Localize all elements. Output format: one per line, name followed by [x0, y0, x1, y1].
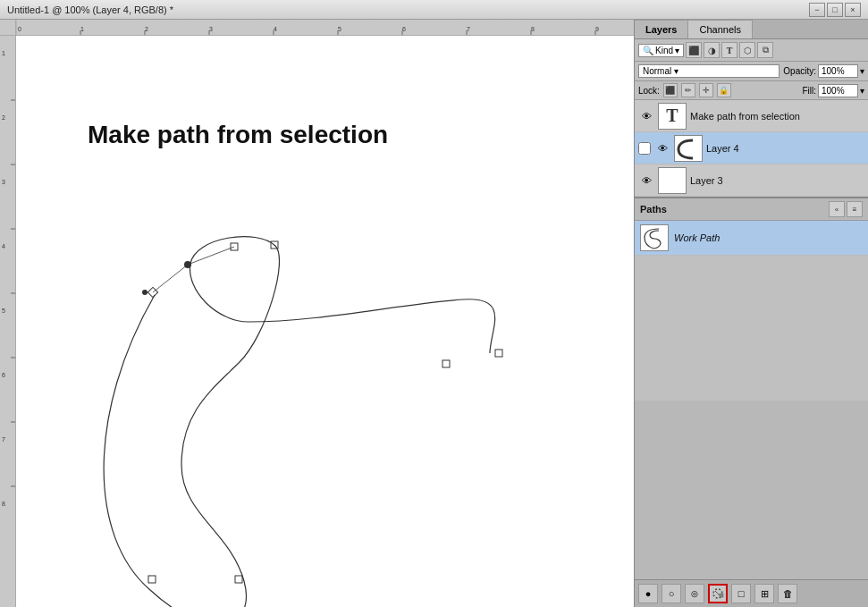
layer-visibility-eye-text[interactable]: 👁: [638, 108, 654, 124]
svg-rect-44: [495, 350, 502, 357]
paths-panel: Paths « ≡ Work Path: [635, 197, 868, 607]
svg-text:4: 4: [274, 26, 277, 32]
title-bar: Untitled-1 @ 100% (Layer 4, RGB/8) * − □…: [0, 0, 868, 20]
layer-list: 👁 T Make path from selection 👁: [635, 100, 868, 197]
svg-text:0: 0: [18, 26, 21, 32]
svg-text:3: 3: [209, 26, 213, 32]
svg-text:1: 1: [80, 26, 84, 32]
paths-menu-btn[interactable]: ≡: [847, 201, 863, 217]
fill-chevron: ▾: [860, 86, 864, 96]
layer-filter-toolbar: 🔍 Kind ▾ ⬛ ◑ T ⬡ ⧉: [635, 39, 868, 62]
svg-text:7: 7: [467, 26, 470, 32]
svg-text:2: 2: [2, 114, 5, 121]
paths-toolbar: ● ○ ◎ □ ⊞ 🗑: [635, 579, 868, 607]
opacity-input[interactable]: 100%: [818, 64, 858, 78]
svg-rect-21: [0, 36, 16, 607]
tab-layers[interactable]: Layers: [635, 20, 688, 38]
chevron-down-icon: ▾: [675, 46, 679, 55]
paths-list: Work Path: [635, 221, 868, 400]
paths-panel-title: Paths: [640, 204, 667, 215]
layer-thumb-4: [674, 135, 703, 162]
opacity-row: Opacity: 100% ▾: [783, 64, 864, 78]
layers-panel: Layers Channels 🔍 Kind ▾ ⬛ ◑ T ⬡ ⧉: [635, 20, 868, 197]
main-layout: 0 1 2 3 4 5 6 7 8 9: [0, 20, 868, 607]
paths-empty-area: [635, 400, 868, 580]
text-filter-btn[interactable]: T: [721, 42, 737, 58]
layer-name-4: Layer 4: [706, 143, 739, 154]
panel-tabs: Layers Channels: [635, 20, 868, 39]
canvas-area: 0 1 2 3 4 5 6 7 8 9: [0, 20, 634, 607]
svg-text:1: 1: [2, 50, 5, 56]
layer-visibility-eye-4[interactable]: 👁: [654, 140, 670, 156]
svg-rect-39: [235, 576, 242, 583]
smart-filter-btn[interactable]: ⧉: [757, 42, 773, 58]
paths-collapse-btn[interactable]: «: [829, 201, 845, 217]
svg-line-47: [153, 265, 188, 292]
close-button[interactable]: ×: [845, 3, 861, 17]
svg-line-48: [188, 247, 234, 265]
search-icon: 🔍: [643, 46, 653, 55]
maximize-button[interactable]: □: [827, 3, 843, 17]
minimize-button[interactable]: −: [809, 3, 825, 17]
path-name-work: Work Path: [674, 232, 720, 243]
path-thumb-work: [640, 224, 669, 251]
adjustment-filter-btn[interactable]: ◑: [704, 42, 720, 58]
pixel-filter-btn[interactable]: ⬛: [686, 42, 702, 58]
lock-all-btn[interactable]: 🔒: [717, 83, 731, 97]
blend-opacity-row: Normal ▾ Opacity: 100% ▾: [635, 62, 868, 81]
window-controls: − □ ×: [809, 3, 861, 17]
layer-visibility-eye-3[interactable]: 👁: [638, 173, 654, 189]
kind-dropdown[interactable]: 🔍 Kind ▾: [638, 44, 684, 57]
svg-rect-38: [148, 576, 156, 583]
svg-text:3: 3: [2, 179, 5, 185]
document-canvas[interactable]: Make path from selection: [16, 36, 634, 607]
path-item-work[interactable]: Work Path: [635, 221, 868, 256]
window-title: Untitled-1 @ 100% (Layer 4, RGB/8) *: [7, 4, 173, 15]
make-path-from-selection-btn[interactable]: [708, 584, 728, 603]
layer-thumb-text: T: [658, 103, 687, 130]
svg-text:4: 4: [2, 243, 5, 249]
ruler-corner: [0, 20, 16, 36]
new-path-btn[interactable]: ⊞: [754, 584, 774, 603]
svg-point-46: [142, 290, 147, 295]
opacity-chevron: ▾: [860, 66, 864, 76]
ruler-vertical: 1 2 3 4 5 6 7 8: [0, 36, 16, 607]
blend-mode-dropdown[interactable]: Normal ▾: [638, 64, 780, 78]
layer-name-3: Layer 3: [690, 175, 723, 186]
lock-pixels-btn[interactable]: ⬛: [663, 83, 678, 97]
svg-marker-51: [720, 594, 723, 597]
layer-item-text[interactable]: 👁 T Make path from selection: [635, 100, 868, 132]
fill-row: Fill: 100% ▾: [802, 84, 864, 97]
svg-text:2: 2: [145, 26, 148, 32]
svg-text:8: 8: [531, 26, 535, 32]
svg-text:5: 5: [338, 26, 341, 32]
svg-text:8: 8: [2, 501, 5, 507]
load-path-btn[interactable]: ◎: [685, 584, 704, 603]
paths-panel-controls: « ≡: [829, 201, 863, 217]
paths-panel-header: Paths « ≡: [635, 197, 868, 221]
lock-label: Lock:: [638, 86, 660, 96]
lock-position-btn[interactable]: ✏: [681, 83, 695, 97]
layer-item-3[interactable]: 👁 Layer 3: [635, 164, 868, 197]
delete-path-btn[interactable]: 🗑: [778, 584, 797, 603]
svg-text:9: 9: [595, 26, 599, 32]
fill-input[interactable]: 100%: [818, 84, 858, 97]
blend-mode-label: Normal: [643, 66, 671, 76]
lock-move-btn[interactable]: ✛: [699, 83, 713, 97]
svg-rect-43: [442, 360, 450, 367]
kind-label: Kind: [655, 46, 673, 55]
layer-4-checkbox[interactable]: [638, 142, 651, 155]
add-mask-from-path-btn[interactable]: □: [731, 584, 751, 603]
fill-label: Fill:: [802, 86, 816, 96]
shape-filter-btn[interactable]: ⬡: [739, 42, 755, 58]
svg-text:5: 5: [2, 308, 5, 314]
layer-item-4[interactable]: 👁 Layer 4: [635, 132, 868, 164]
tab-channels[interactable]: Channels: [688, 20, 752, 38]
blend-chevron-icon: ▾: [674, 66, 678, 76]
right-panel: Layers Channels 🔍 Kind ▾ ⬛ ◑ T ⬡ ⧉: [634, 20, 868, 607]
fill-path-btn[interactable]: ●: [638, 584, 658, 603]
layer-name-text: Make path from selection: [690, 111, 800, 122]
stroke-path-btn[interactable]: ○: [662, 584, 681, 603]
svg-text:6: 6: [2, 372, 5, 378]
svg-rect-0: [16, 20, 634, 36]
